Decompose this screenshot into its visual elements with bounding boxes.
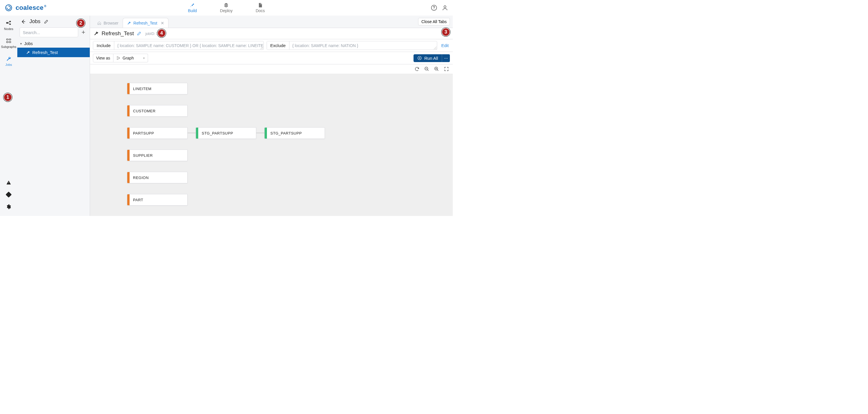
node-stripe [196, 128, 198, 139]
node-label: LINEITEM [130, 87, 152, 91]
brand-logo-icon [5, 4, 13, 12]
node-stg-partsupp-2[interactable]: STG_PARTSUPP [264, 127, 325, 139]
graph-canvas[interactable]: LINEITEM CUSTOMER PARTSUPP SUPPLIER REGI… [90, 73, 453, 216]
node-stripe [127, 194, 130, 205]
node-lineitem[interactable]: LINEITEM [127, 83, 188, 94]
node-label: SUPPLIER [130, 153, 153, 158]
edit-jobs-icon[interactable] [44, 19, 49, 24]
node-part[interactable]: PART [127, 194, 188, 206]
rail-jobs[interactable]: Jobs [0, 55, 17, 67]
brand-name: coalesce® [16, 4, 46, 11]
jobs-panel-title: Jobs [29, 19, 40, 25]
tab-browser-label: Browser [103, 21, 118, 25]
include-filter[interactable]: Include { location: SAMPLE name: CUSTOME… [93, 41, 264, 50]
top-nav: Build Deploy Docs [188, 3, 265, 13]
jobs-search-input[interactable]: Search... [20, 27, 78, 37]
back-arrow-icon[interactable] [20, 19, 26, 25]
node-region[interactable]: REGION [127, 172, 188, 183]
node-customer[interactable]: CUSTOMER [127, 105, 188, 117]
view-mode-select[interactable]: Graph ▾ [114, 54, 148, 62]
include-input: { location: SAMPLE name: CUSTOMER } OR {… [114, 41, 263, 50]
node-partsupp[interactable]: PARTSUPP [127, 127, 188, 139]
svg-rect-4 [9, 21, 11, 22]
left-rail: Nodes Subgraphs Jobs [0, 16, 17, 216]
tab-active-label: Refresh_Test [133, 21, 157, 25]
svg-point-14 [117, 57, 118, 57]
refresh-icon[interactable] [414, 66, 420, 72]
resize-handle-icon[interactable] [260, 47, 263, 49]
nav-docs[interactable]: Docs [256, 3, 265, 13]
svg-rect-7 [9, 39, 11, 40]
chevron-down-icon: ▾ [20, 42, 22, 46]
close-all-tabs-button[interactable]: Close All Tabs [418, 18, 450, 25]
exclude-filter[interactable]: Exclude { location: SAMPLE name: NATION … [267, 41, 437, 50]
step-badge-2: 2 [76, 19, 85, 27]
top-bar: coalesce® Build Deploy Docs [0, 0, 453, 16]
graph-edge [256, 133, 264, 133]
docs-icon [257, 3, 263, 8]
problems-icon[interactable] [6, 180, 11, 185]
jobs-tree-item-refresh-test[interactable]: Refresh_Test [17, 48, 90, 57]
settings-icon[interactable] [6, 204, 11, 210]
git-icon[interactable] [6, 192, 11, 198]
node-stripe [127, 150, 130, 161]
step-badge-1: 1 [3, 93, 12, 101]
exclude-input: { location: SAMPLE name: NATION } [289, 41, 437, 50]
rail-subgraphs-label: Subgraphs [1, 45, 16, 49]
edit-job-title-icon[interactable] [137, 31, 142, 36]
user-icon[interactable] [442, 5, 448, 11]
rail-bottom [6, 180, 11, 216]
fullscreen-icon[interactable] [443, 66, 449, 72]
svg-point-16 [119, 58, 120, 59]
branch-icon [116, 56, 120, 60]
node-supplier[interactable]: SUPPLIER [127, 150, 188, 161]
edit-filters-link[interactable]: Edit [440, 41, 450, 50]
view-mode-value: Graph [123, 56, 134, 60]
svg-point-2 [444, 6, 446, 8]
rail-nodes[interactable]: Nodes [0, 19, 17, 32]
tab-close-icon[interactable]: ✕ [161, 21, 164, 25]
zoom-out-icon[interactable] [424, 66, 430, 72]
svg-point-15 [117, 59, 118, 59]
tab-browser[interactable]: Browser [93, 18, 123, 28]
run-all-button[interactable]: Run All [413, 54, 442, 62]
svg-rect-9 [9, 41, 11, 43]
svg-rect-6 [7, 39, 8, 40]
resize-handle-icon[interactable] [434, 47, 437, 49]
subgraphs-icon [5, 38, 12, 44]
job-title-row: Refresh_Test jobID: 3 [90, 28, 453, 39]
tab-refresh-test[interactable]: Refresh_Test ✕ [123, 18, 168, 28]
node-stripe [127, 172, 130, 183]
nodes-icon [5, 20, 12, 26]
wrench-icon [26, 51, 30, 55]
graph-edge [188, 133, 196, 133]
chevron-down-icon: ▾ [143, 56, 145, 60]
node-stripe [127, 83, 130, 94]
view-as-label: View as [93, 54, 114, 62]
top-right [431, 5, 448, 11]
jobs-search-placeholder: Search... [23, 30, 40, 35]
nav-deploy-label: Deploy [220, 8, 232, 13]
nav-deploy[interactable]: Deploy [220, 3, 232, 13]
node-stripe [265, 128, 267, 139]
jobs-tree-item-label: Refresh_Test [32, 50, 58, 55]
node-stripe [127, 106, 130, 116]
run-all-more-button[interactable]: ⋯ [442, 54, 450, 62]
jobs-panel: Jobs Search... + ▾ Jobs Refresh_Test [17, 16, 90, 216]
svg-point-1 [434, 9, 434, 9]
play-circle-icon [417, 56, 422, 60]
view-row: View as Graph ▾ Run All ⋯ [90, 52, 453, 64]
zoom-in-icon[interactable] [434, 66, 439, 72]
jobs-tree-group[interactable]: ▾ Jobs [17, 39, 90, 48]
svg-rect-5 [9, 24, 11, 25]
run-all-wrap: Run All ⋯ [413, 54, 450, 62]
rail-subgraphs[interactable]: Subgraphs [0, 37, 17, 50]
node-label: STG_PARTSUPP [198, 131, 233, 136]
help-icon[interactable] [431, 5, 437, 11]
nav-build[interactable]: Build [188, 3, 197, 13]
wrench-icon [127, 21, 131, 25]
rail-nodes-label: Nodes [4, 27, 13, 31]
add-job-button[interactable]: + [80, 27, 87, 37]
node-stg-partsupp-1[interactable]: STG_PARTSUPP [196, 127, 256, 139]
canvas-toolbar [90, 64, 453, 73]
